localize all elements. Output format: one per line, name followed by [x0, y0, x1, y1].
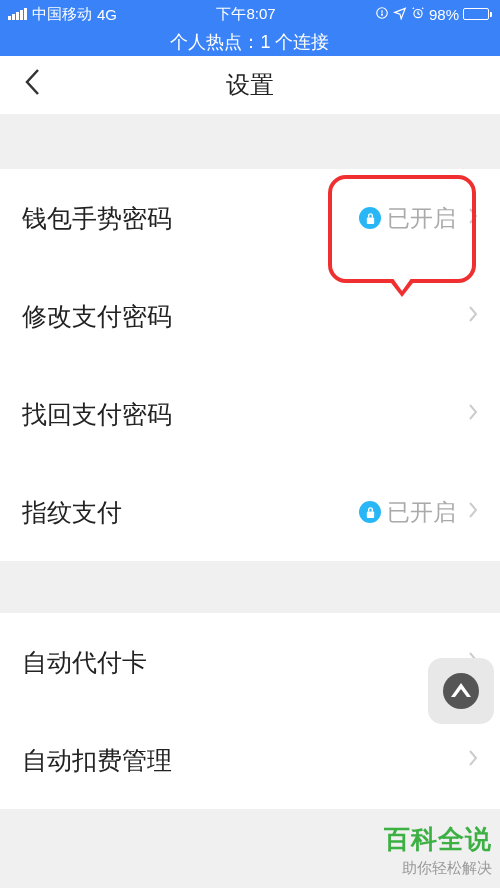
- watermark-title: 百科全说: [384, 822, 492, 857]
- lock-rotation-icon: [375, 6, 389, 23]
- back-button[interactable]: [10, 67, 54, 104]
- float-action-button[interactable]: [428, 658, 494, 724]
- wallet-gesture-password-item[interactable]: 钱包手势密码 已开启: [0, 169, 500, 267]
- status-left: 中国移动 4G: [8, 5, 117, 24]
- item-label: 找回支付密码: [22, 398, 468, 431]
- lock-icon: [359, 207, 381, 229]
- auto-deduction-management-item[interactable]: 自动扣费管理: [0, 711, 500, 809]
- section-gap: [0, 561, 500, 613]
- chevron-right-icon: [468, 747, 478, 773]
- modify-payment-password-item[interactable]: 修改支付密码: [0, 267, 500, 365]
- status-bar: 中国移动 4G 下午8:07 98%: [0, 0, 500, 28]
- item-label: 修改支付密码: [22, 300, 468, 333]
- page-title: 设置: [0, 69, 500, 101]
- section-gap: [0, 114, 500, 169]
- chevron-right-icon: [468, 401, 478, 427]
- hotspot-bar[interactable]: 个人热点：1 个连接: [0, 28, 500, 56]
- status-text: 已开启: [387, 497, 456, 528]
- up-arrow-icon: [441, 671, 481, 711]
- watermark-subtitle: 助你轻松解决: [384, 859, 492, 878]
- svg-point-1: [382, 14, 383, 15]
- item-label: 自动代付卡: [22, 646, 468, 679]
- item-status: 已开启: [359, 203, 456, 234]
- recover-payment-password-item[interactable]: 找回支付密码: [0, 365, 500, 463]
- svg-rect-4: [366, 511, 373, 517]
- lock-icon: [359, 501, 381, 523]
- battery-icon: [463, 8, 492, 20]
- alarm-icon: [411, 6, 425, 23]
- network-label: 4G: [97, 6, 117, 23]
- status-text: 已开启: [387, 203, 456, 234]
- svg-rect-3: [366, 217, 373, 223]
- chevron-right-icon: [468, 499, 478, 525]
- location-icon: [393, 6, 407, 23]
- signal-icon: [8, 8, 27, 20]
- chevron-right-icon: [468, 303, 478, 329]
- carrier-label: 中国移动: [32, 5, 92, 24]
- item-label: 自动扣费管理: [22, 744, 468, 777]
- battery-label: 98%: [429, 6, 459, 23]
- watermark: 百科全说 助你轻松解决: [384, 822, 492, 878]
- time-label: 下午8:07: [216, 5, 275, 24]
- status-right: 98%: [375, 6, 492, 23]
- item-label: 指纹支付: [22, 496, 359, 529]
- auto-pay-card-item[interactable]: 自动代付卡: [0, 613, 500, 711]
- item-label: 钱包手势密码: [22, 202, 359, 235]
- nav-bar: 设置: [0, 56, 500, 114]
- fingerprint-payment-item[interactable]: 指纹支付 已开启: [0, 463, 500, 561]
- item-status: 已开启: [359, 497, 456, 528]
- chevron-right-icon: [468, 205, 478, 231]
